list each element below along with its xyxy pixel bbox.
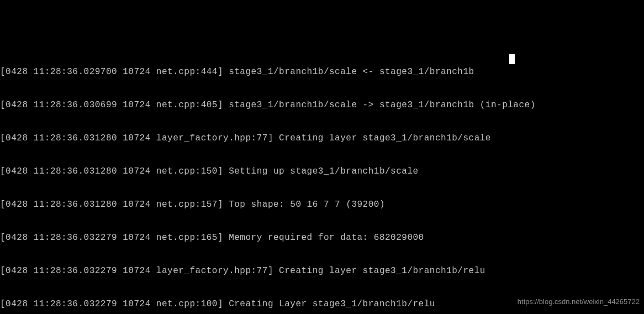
log-line: [0428 11:28:36.029700 10724 net.cpp:444]…: [0, 66, 644, 77]
log-line: [0428 11:28:36.031280 10724 layer_factor…: [0, 133, 644, 144]
log-line: [0428 11:28:36.032279 10724 net.cpp:165]…: [0, 232, 644, 243]
log-line: [0428 11:28:36.031280 10724 net.cpp:150]…: [0, 166, 644, 177]
terminal-output[interactable]: [0428 11:28:36.029700 10724 net.cpp:444]…: [0, 44, 644, 314]
terminal-cursor: [509, 54, 515, 64]
log-line: [0428 11:28:36.030699 10724 net.cpp:405]…: [0, 100, 644, 111]
watermark-text: https://blog.csdn.net/weixin_44265722: [518, 297, 640, 306]
log-line: [0428 11:28:36.031280 10724 net.cpp:157]…: [0, 199, 644, 210]
log-line: [0428 11:28:36.032279 10724 layer_factor…: [0, 265, 644, 276]
